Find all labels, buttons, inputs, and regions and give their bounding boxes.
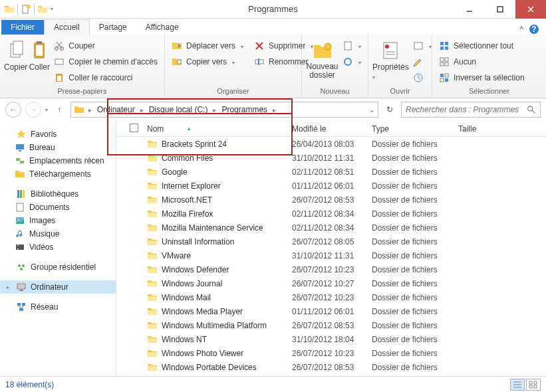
nav-network[interactable]: Réseau [0, 300, 116, 314]
table-row[interactable]: Google02/11/2012 08:51Dossier de fichier… [116, 165, 546, 179]
breadcrumb-item[interactable]: Ordinateur [96, 105, 136, 114]
table-row[interactable]: Windows Defender26/07/2012 10:23Dossier … [116, 262, 546, 276]
new-item-button[interactable] [340, 39, 364, 53]
details-view-button[interactable] [510, 379, 525, 391]
copy-button[interactable]: Copier [4, 37, 27, 72]
nav-item-downloads[interactable]: Téléchargements [0, 167, 116, 181]
file-date: 26/04/2013 08:03 [292, 140, 372, 149]
chevron-right-icon[interactable]: ▸ [270, 106, 279, 114]
nav-favorites[interactable]: Favoris [0, 128, 116, 141]
column-size[interactable]: Taille [458, 124, 546, 134]
nav-homegroup[interactable]: Groupe résidentiel [0, 260, 116, 274]
tab-file[interactable]: Fichier [1, 20, 44, 35]
file-type: Dossier de fichiers [372, 223, 458, 233]
up-button[interactable]: ↑ [52, 102, 67, 117]
nav-item-documents[interactable]: Documents [0, 201, 116, 214]
file-date: 31/10/2012 11:31 [292, 153, 372, 163]
table-row[interactable]: Windows Mail26/07/2012 10:23Dossier de f… [116, 290, 546, 304]
nav-computer[interactable]: ▸Ordinateur [0, 280, 116, 294]
new-folder-button[interactable]: Nouveau dossier [306, 37, 339, 80]
help-icon[interactable]: ? [529, 24, 539, 35]
paste-button[interactable]: Coller [29, 37, 50, 72]
nav-item-recent[interactable]: Emplacements récen [0, 154, 116, 167]
table-row[interactable]: Windows NT31/10/2012 18:04Dossier de fic… [116, 332, 546, 346]
svg-rect-20 [178, 60, 181, 64]
svg-point-63 [20, 268, 23, 270]
qat-dropdown-icon[interactable]: ▾ [51, 6, 53, 12]
address-dropdown-icon[interactable]: ⌄ [368, 105, 375, 114]
table-row[interactable]: Brackets Sprint 2426/04/2013 08:03Dossie… [116, 137, 546, 151]
group-label: Nouveau [306, 86, 364, 95]
paste-shortcut-button[interactable]: Coller le raccourci [51, 70, 160, 85]
tab-share[interactable]: Partage [90, 20, 136, 35]
invert-selection-button[interactable]: Inverser la sélection [436, 70, 527, 85]
column-name[interactable]: Nom▲ [147, 124, 292, 134]
edit-button[interactable] [410, 54, 434, 69]
breadcrumb-item[interactable]: Disque local (C:) [148, 105, 209, 114]
search-box[interactable] [401, 102, 541, 118]
copy-to-button[interactable]: Copier vers [169, 54, 246, 69]
address-bar[interactable]: ▸ Ordinateur ▸ Disque local (C:) ▸ Progr… [70, 102, 378, 118]
folder-icon [147, 167, 158, 177]
close-button[interactable] [515, 0, 546, 19]
folder-icon [147, 223, 158, 233]
select-none-button[interactable]: Aucun [436, 54, 527, 69]
nav-item-videos[interactable]: Vidéos [0, 241, 116, 254]
open-button[interactable] [410, 39, 434, 53]
table-row[interactable]: Internet Explorer01/11/2012 06:01Dossier… [116, 179, 546, 193]
select-all-checkbox[interactable] [130, 124, 138, 132]
svg-rect-55 [17, 203, 23, 211]
tab-view[interactable]: Affichage [136, 20, 188, 35]
folder-small-icon [74, 104, 84, 115]
file-type: Dossier de fichiers [372, 140, 458, 149]
copy-path-button[interactable]: Copier le chemin d'accès [51, 54, 160, 69]
file-type: Dossier de fichiers [372, 209, 458, 219]
nav-item-music[interactable]: Musique [0, 227, 116, 241]
folder-small-icon[interactable] [37, 4, 48, 15]
maximize-button[interactable] [485, 0, 515, 19]
column-modified[interactable]: Modifié le [292, 124, 372, 134]
svg-line-69 [19, 306, 21, 308]
back-button[interactable]: ← [5, 102, 21, 118]
file-type: Dossier de fichiers [372, 293, 458, 302]
refresh-button[interactable]: ↻ [382, 102, 397, 117]
nav-item-desktop[interactable]: Bureau [0, 141, 116, 154]
table-row[interactable]: Common Files31/10/2012 11:31Dossier de f… [116, 151, 546, 165]
chevron-right-icon[interactable]: ▸ [138, 106, 146, 114]
table-row[interactable]: Windows Multimedia Platform26/07/2012 08… [116, 318, 546, 332]
table-row[interactable]: Windows Portable Devices26/07/2012 08:53… [116, 360, 546, 374]
column-type[interactable]: Type [372, 124, 458, 134]
table-row[interactable]: Mozilla Firefox02/11/2012 08:34Dossier d… [116, 207, 546, 221]
table-row[interactable]: Mozilla Maintenance Service02/11/2012 08… [116, 221, 546, 235]
new-file-icon[interactable] [21, 4, 31, 15]
table-row[interactable]: Windows Journal26/07/2012 10:27Dossier d… [116, 276, 546, 290]
cut-button[interactable]: Couper [51, 39, 160, 53]
search-input[interactable] [406, 105, 527, 114]
nav-libraries[interactable]: Bibliothèques [0, 187, 116, 201]
table-row[interactable]: Microsoft.NET26/07/2012 08:53Dossier de … [116, 193, 546, 207]
icons-view-button[interactable] [526, 379, 541, 391]
properties-button[interactable]: Propriétés [372, 37, 409, 81]
history-dropdown-icon[interactable]: ▾ [45, 107, 48, 113]
table-row[interactable]: Uninstall Information26/07/2012 08:05Dos… [116, 235, 546, 248]
chevron-right-icon[interactable]: ▸ [86, 106, 94, 114]
nav-item-pictures[interactable]: Images [0, 214, 116, 227]
table-row[interactable]: Windows Photo Viewer26/07/2012 10:23Doss… [116, 346, 546, 360]
folder-icon [147, 306, 158, 317]
ribbon-collapse-icon[interactable]: ^ [519, 25, 523, 34]
folder-icon [147, 320, 158, 331]
select-all-button[interactable]: Sélectionner tout [436, 39, 527, 53]
breadcrumb-item[interactable]: Programmes [220, 105, 269, 114]
chevron-right-icon[interactable]: ▸ [210, 106, 219, 114]
minimize-button[interactable] [454, 0, 485, 19]
easy-access-button[interactable] [340, 54, 364, 69]
move-to-button[interactable]: Déplacer vers [169, 39, 246, 53]
forward-button[interactable]: → [25, 102, 41, 118]
table-row[interactable]: Windows Media Player01/11/2012 06:01Doss… [116, 304, 546, 318]
file-date: 26/07/2012 10:23 [292, 349, 372, 358]
file-date: 26/07/2012 08:53 [292, 321, 372, 330]
file-date: 26/07/2012 10:23 [292, 293, 372, 302]
table-row[interactable]: VMware31/10/2012 11:31Dossier de fichier… [116, 248, 546, 262]
tab-home[interactable]: Accueil [44, 19, 90, 35]
history-button[interactable] [410, 70, 434, 85]
